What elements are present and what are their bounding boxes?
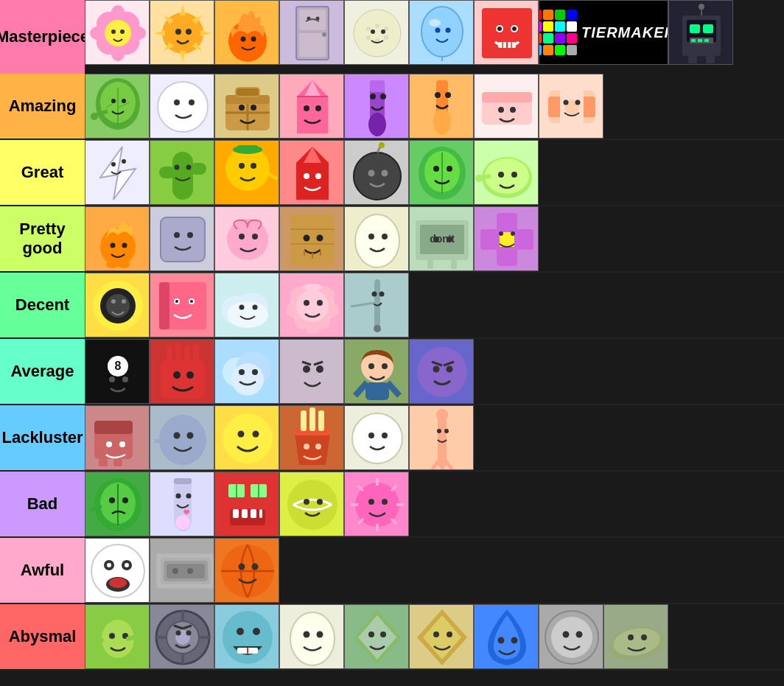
svg-point-347 [223, 611, 273, 664]
svg-point-84 [239, 105, 245, 111]
tier-item [85, 538, 150, 603]
svg-point-50 [512, 27, 517, 31]
svg-point-343 [176, 631, 181, 636]
svg-rect-62 [704, 39, 709, 42]
svg-point-257 [253, 431, 259, 438]
tier-item [150, 472, 214, 536]
svg-point-229 [316, 365, 323, 373]
svg-point-361 [433, 631, 439, 637]
svg-rect-115 [159, 167, 175, 178]
svg-point-117 [175, 165, 180, 170]
svg-rect-123 [237, 145, 258, 153]
svg-point-182 [122, 299, 126, 304]
svg-rect-170 [451, 260, 457, 269]
tier-item [150, 74, 214, 139]
svg-line-307 [391, 519, 396, 524]
svg-line-271 [433, 462, 438, 468]
tier-item [474, 206, 539, 271]
svg-rect-46 [482, 8, 532, 58]
svg-point-31 [354, 10, 401, 57]
svg-point-9 [111, 29, 116, 34]
svg-point-38 [371, 29, 375, 34]
svg-point-149 [106, 261, 118, 268]
tier-item [214, 0, 279, 65]
tier-item [279, 405, 344, 470]
tier-item [150, 0, 214, 65]
svg-point-278 [122, 497, 128, 503]
svg-point-154 [187, 232, 193, 238]
svg-line-253 [155, 440, 167, 441]
svg-point-326 [239, 564, 245, 570]
tier-item [344, 273, 409, 337]
svg-rect-295 [259, 509, 262, 518]
svg-point-128 [315, 173, 321, 179]
tier-label-average: Average [0, 339, 85, 404]
svg-point-313 [107, 563, 111, 567]
svg-rect-245 [94, 421, 133, 434]
svg-rect-248 [99, 459, 108, 466]
svg-marker-356 [358, 615, 396, 659]
tiermaker-text: TIERMAKER [581, 24, 668, 41]
tier-item [150, 206, 214, 271]
tier-item [214, 339, 279, 404]
tier-item [344, 0, 409, 65]
tier-item [85, 140, 150, 205]
svg-marker-360 [423, 615, 461, 659]
tier-item [279, 604, 344, 669]
svg-point-234 [382, 363, 388, 369]
tier-label-decent: Decent [0, 273, 85, 337]
tier-item [214, 405, 279, 470]
svg-point-353 [304, 631, 310, 638]
svg-point-138 [433, 166, 439, 172]
tier-item [344, 206, 409, 271]
svg-rect-292 [233, 509, 239, 518]
svg-point-33 [375, 24, 379, 28]
tier-label-lackluster: Lackluster [0, 405, 85, 470]
svg-point-95 [380, 94, 386, 99]
svg-point-344 [186, 631, 192, 636]
tier-item [150, 140, 214, 205]
tier-item [85, 405, 150, 470]
tier-item [214, 273, 279, 337]
svg-point-113 [122, 159, 126, 164]
svg-point-10 [120, 29, 125, 34]
svg-point-207 [372, 292, 377, 297]
svg-point-285 [186, 494, 192, 499]
tier-item [668, 0, 733, 65]
svg-point-39 [381, 29, 385, 34]
svg-rect-261 [318, 410, 324, 431]
tier-item [214, 538, 279, 603]
tier-item [474, 140, 539, 205]
tier-item [214, 74, 279, 139]
svg-point-145 [475, 175, 483, 182]
svg-point-88 [304, 105, 309, 111]
svg-point-28 [322, 32, 326, 37]
svg-point-316 [109, 578, 127, 588]
svg-point-157 [252, 234, 258, 239]
svg-rect-116 [190, 163, 206, 175]
tier-item [344, 472, 409, 536]
tier-item [150, 273, 214, 337]
svg-point-162 [317, 235, 323, 242]
svg-point-214 [122, 377, 128, 382]
svg-rect-61 [698, 39, 702, 42]
svg-marker-16 [180, 51, 186, 62]
tier-label-amazing: Amazing [0, 74, 85, 139]
svg-point-164 [368, 234, 374, 239]
svg-point-142 [498, 172, 504, 178]
svg-point-153 [174, 232, 180, 238]
svg-point-263 [315, 444, 321, 449]
tier-item [474, 604, 539, 669]
tier-item [344, 604, 409, 669]
svg-point-127 [304, 173, 309, 179]
svg-rect-215 [161, 360, 205, 399]
tier-item [150, 405, 214, 470]
svg-point-181 [111, 299, 116, 304]
svg-point-109 [564, 100, 569, 105]
svg-line-124 [268, 173, 277, 179]
svg-point-364 [511, 637, 518, 644]
tier-label-awful: Awful [0, 538, 85, 603]
svg-point-246 [106, 441, 112, 447]
tier-item [344, 339, 409, 404]
svg-point-208 [379, 292, 385, 297]
